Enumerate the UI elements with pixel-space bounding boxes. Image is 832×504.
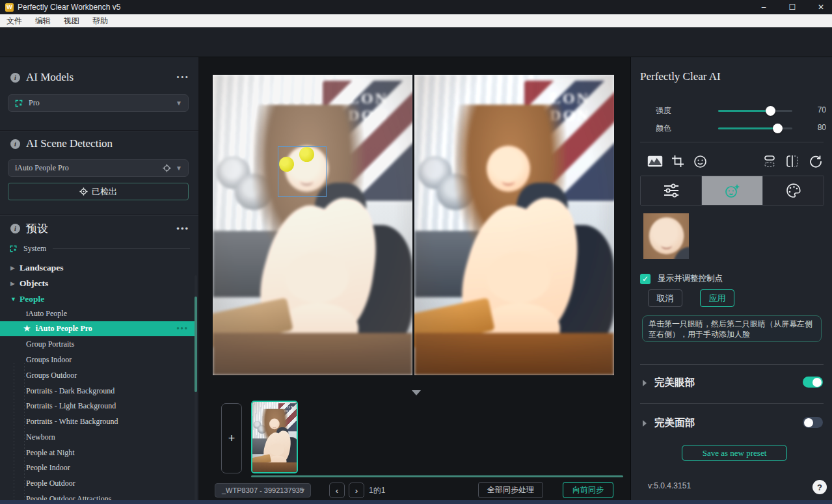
menu-view[interactable]: 视图: [57, 14, 86, 27]
filename: _WTP8307 - 3992137935: [222, 486, 304, 494]
image-pane-after[interactable]: LONDON: [414, 75, 614, 375]
perfect-eyes-toggle[interactable]: [803, 377, 823, 388]
menu-help[interactable]: 帮助: [86, 14, 114, 27]
preset-group-objects[interactable]: ▶ Objects: [0, 276, 195, 291]
preset-item[interactable]: Newborn: [0, 430, 195, 445]
face-tool-button[interactable]: [692, 153, 708, 169]
close-button[interactable]: ✕: [807, 0, 832, 14]
preset-item-menu[interactable]: •••: [176, 324, 189, 334]
photo-art: LONDON: [643, 213, 689, 259]
photo-before: LONDON: [213, 75, 412, 375]
tab-color-palette[interactable]: [763, 176, 824, 205]
rotate-icon: [809, 155, 822, 168]
palette-icon: [785, 183, 802, 198]
eye-control-point-left[interactable]: [279, 157, 294, 172]
thumbnail-photo: LONDON: [252, 402, 297, 472]
chevron-down-icon: ▼: [10, 296, 20, 302]
preset-group-people[interactable]: ▼ People: [0, 291, 195, 307]
panel-title: Perfectly Clear AI: [640, 70, 721, 83]
version-label: v:5.0.4.3151: [648, 481, 691, 490]
photo: LONDON: [643, 213, 689, 259]
next-image-button[interactable]: ›: [349, 483, 364, 498]
ai-model-dropdown[interactable]: Pro ▼: [8, 94, 189, 112]
chevron-right-icon[interactable]: [643, 380, 647, 386]
preset-item[interactable]: People Outdoor: [0, 476, 195, 491]
info-icon[interactable]: i: [10, 73, 20, 83]
checkbox-label: 显示并调整控制点: [658, 273, 723, 284]
cancel-button[interactable]: 取消: [648, 289, 682, 307]
help-button[interactable]: ?: [812, 480, 827, 494]
preset-item[interactable]: Portraits - Dark Background: [0, 384, 195, 399]
app-icon: W: [5, 3, 14, 12]
slider-thumb[interactable]: [766, 106, 775, 116]
color-slider[interactable]: [718, 127, 792, 129]
presets-header: i 预设 •••: [0, 220, 198, 237]
preset-group-landscapes[interactable]: ▶ Landscapes: [0, 260, 195, 276]
chevron-right-icon[interactable]: [643, 420, 647, 427]
preset-item[interactable]: Portraits - White Background: [0, 414, 195, 429]
previous-image-button[interactable]: ‹: [329, 483, 345, 498]
preset-item[interactable]: Group Portraits: [0, 337, 195, 352]
section-label: 完美面部: [654, 416, 695, 430]
image-pane-before[interactable]: LONDON: [213, 75, 412, 375]
preset-item[interactable]: Portraits - Light Background: [0, 399, 195, 414]
filmstrip-collapse-arrow[interactable]: [412, 390, 421, 395]
photo-after: LONDON: [414, 75, 614, 375]
minimize-button[interactable]: –: [749, 0, 778, 14]
crop-button[interactable]: [670, 153, 686, 169]
ai-models-menu[interactable]: •••: [176, 72, 189, 83]
left-sidebar: i AI Models ••• Pro ▼ i AI Scene Detecti…: [0, 57, 198, 504]
eye-control-point-right[interactable]: [299, 147, 314, 162]
editor-tabs: [640, 176, 824, 206]
preset-item[interactable]: People Indoor: [0, 460, 195, 475]
apply-button[interactable]: 应用: [700, 289, 734, 307]
smiley-face-icon: [693, 155, 707, 168]
chevron-right-icon: ▶: [10, 265, 20, 271]
filmstrip-scrollbar[interactable]: [251, 475, 623, 477]
maximize-button[interactable]: ☐: [778, 0, 807, 14]
image-position-label: 1的1: [369, 483, 385, 498]
detected-face-thumbnail[interactable]: LONDON: [643, 213, 689, 259]
title-bar: W Perfectly Clear Workbench v5 – ☐ ✕: [0, 0, 832, 14]
scene-selected: iAuto People Pro: [15, 163, 69, 173]
detected-button[interactable]: 已检出: [8, 183, 189, 200]
perfect-face-toggle[interactable]: [803, 417, 823, 428]
preset-item[interactable]: Groups Outdoor: [0, 368, 195, 383]
preset-item[interactable]: Groups Indoor: [0, 352, 195, 367]
info-icon[interactable]: i: [10, 224, 20, 233]
chevron-down-icon: ▼: [176, 165, 182, 172]
histogram-button[interactable]: [647, 153, 663, 169]
presets-menu[interactable]: •••: [176, 224, 189, 233]
preset-item[interactable]: People at Night: [0, 445, 195, 460]
slider-label: 颜色: [656, 123, 671, 134]
crosshair-icon: [163, 164, 171, 172]
menu-edit[interactable]: 编辑: [29, 14, 57, 27]
info-icon[interactable]: i: [10, 139, 20, 149]
preset-item-selected[interactable]: ★ iAuto People Pro •••: [0, 321, 195, 336]
filmstrip-thumbnail[interactable]: LONDON: [251, 401, 298, 473]
split-vertical-button[interactable]: [785, 153, 800, 169]
menu-file[interactable]: 文件: [0, 14, 29, 27]
preset-item[interactable]: iAuto People: [0, 306, 195, 321]
sync-forward-button[interactable]: 向前同步: [563, 482, 613, 498]
viewer-area: LONDON LONDON: [198, 57, 630, 504]
control-points-checkbox[interactable]: ✓: [640, 274, 651, 284]
ai-models-header: i AI Models •••: [0, 69, 198, 86]
crosshair-icon: [79, 187, 88, 196]
rotate-button[interactable]: [808, 153, 824, 169]
sliders-icon: [663, 183, 680, 198]
scene-dropdown[interactable]: iAuto People Pro ▼: [8, 159, 189, 177]
photo-art: LONDON: [213, 75, 412, 375]
tab-ai-face[interactable]: [702, 176, 763, 205]
split-horizontal-button[interactable]: [762, 153, 777, 169]
add-image-button[interactable]: +: [221, 403, 242, 473]
sync-all-button[interactable]: 全部同步处理: [478, 482, 543, 498]
sidebar-scrollbar-thumb[interactable]: [195, 297, 197, 392]
strength-slider[interactable]: [718, 110, 792, 112]
slider-thumb[interactable]: [773, 124, 783, 133]
filename-dropdown[interactable]: _WTP8307 - 3992137935 ▼: [215, 483, 311, 497]
chevron-right-icon: ▶: [10, 280, 20, 287]
tab-adjustments[interactable]: [641, 176, 702, 205]
save-preset-button[interactable]: Save as new preset: [682, 445, 787, 461]
photo-art: LONDON: [414, 75, 614, 375]
